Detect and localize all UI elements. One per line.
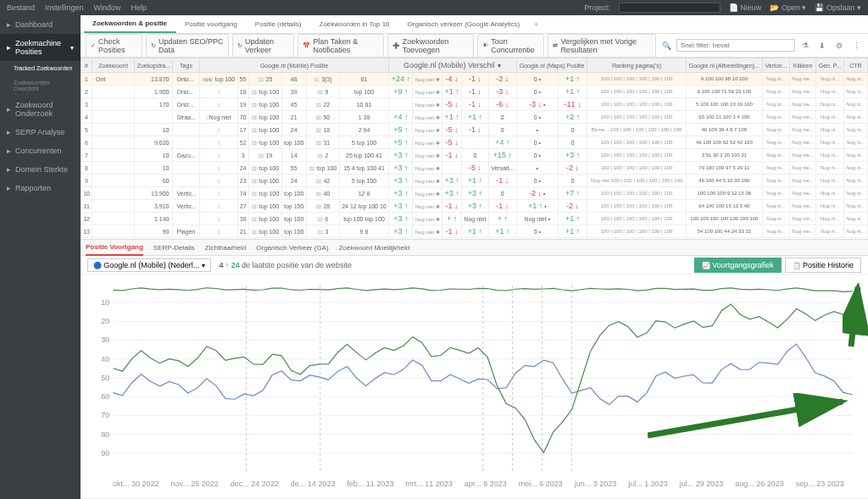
table-row[interactable]: 1Ont13.870Oniz...4|4| top 10055□ 2548□ 3… <box>81 73 868 86</box>
toolbar: ✓ Check Posities ↻ Updaten SEO/PPC Data … <box>81 34 868 58</box>
search-engine-dropdown[interactable]: 🔵 Google.nl (Mobile) (Nederl... ▾ <box>87 258 211 272</box>
xaxis-label: jul... 29 2023 <box>680 480 724 488</box>
main-tabs: Zoekwoorden & positie Positie voortgang … <box>81 15 868 34</box>
settings-icon[interactable]: ⚙ <box>832 39 846 53</box>
dtab-zichtbaarheid[interactable]: Zichtbaarheid <box>205 241 246 255</box>
table-row[interactable]: 69.020 52□ top 100top 100□ 315 top 100+5… <box>81 136 868 149</box>
chart-header: 🔵 Google.nl (Mobile) (Nederl... ▾ 4 ↑ 24… <box>81 256 868 274</box>
dtab-voortgang[interactable]: Positie Voortgang <box>86 240 143 256</box>
main-content: Zoekwoorden & positie Positie voortgang … <box>81 15 868 499</box>
menu-bestand[interactable]: Bestand <box>7 3 35 12</box>
table-row[interactable]: 960 23□ top 10024□ 425 top 100+3 ↑Nog ni… <box>81 175 868 187</box>
col-zoekopd[interactable]: Zoekopdra... <box>135 58 173 73</box>
col-num[interactable]: # <box>81 58 92 73</box>
col-genp[interactable]: Gen. P... <box>816 58 843 73</box>
sidebar-item-serp-analyse[interactable]: ▸SERP Analyse <box>0 123 81 141</box>
table-row[interactable]: 1013.900Vertic... 74□ top 100top 100□ 40… <box>81 187 868 200</box>
xaxis-label: jun... 3 2023 <box>575 480 617 488</box>
xaxis-label: mrt... 11 2023 <box>405 480 453 488</box>
svg-text:10: 10 <box>101 298 109 307</box>
svg-text:90: 90 <box>101 449 109 457</box>
xaxis-label: feb... 11 2023 <box>347 480 393 488</box>
sidebar-sub-tracked-zoekwoorden[interactable]: Tracked Zoekwoorden <box>0 61 81 75</box>
sidebar-item-zoekmachine-posities[interactable]: ▸Zoekmachine Posities ▾ <box>0 34 81 61</box>
xaxis-label: de... 14 2023 <box>291 480 336 488</box>
col-tags[interactable]: Tags <box>173 58 199 73</box>
tab-zoekwoorden-positie[interactable]: Zoekwoorden & positie <box>84 15 176 33</box>
filter-input[interactable] <box>676 39 795 52</box>
filter-icon[interactable]: ⚗ <box>798 39 812 53</box>
tab-organisch-verkeer[interactable]: Organisch verkeer (Google Analytics) <box>399 16 530 32</box>
menu-help[interactable]: Help <box>131 3 147 12</box>
sidebar-item-rapporten[interactable]: ▸Rapporten <box>0 179 81 197</box>
search-icon[interactable]: 🔍 <box>659 39 673 53</box>
table-row[interactable]: 4Straa... Nog niet70□ top 10021□ 501 38+… <box>81 111 868 124</box>
open-button[interactable]: 📂 Open ▾ <box>770 3 806 12</box>
zoekwoorden-toevoegen-button[interactable]: ➕ Zoekwoorden Toevoegen <box>387 34 475 58</box>
sidebar-item-concurrenten[interactable]: ▸Concurrenten <box>0 141 81 160</box>
svg-text:50: 50 <box>101 374 109 382</box>
voortgangsgrafiek-button[interactable]: 📈 Voortgangsgrafiek <box>694 258 782 273</box>
svg-text:60: 60 <box>101 392 109 401</box>
dtab-organisch[interactable]: Organisch Verkeer (GA) <box>256 241 328 255</box>
keyword-table[interactable]: # Zoekwoord Zoekopdra... Tags Google.nl … <box>81 58 868 239</box>
tab-positie-voortgang[interactable]: Positie voortgang <box>176 16 247 32</box>
dtab-moeilijkheid[interactable]: Zoekwoord Moeilijkheid <box>339 241 410 255</box>
col-verton[interactable]: Verton... <box>763 58 790 73</box>
positie-historie-button[interactable]: 📋 Positie Historie <box>785 258 861 273</box>
table-row[interactable]: 510 17□ top 10024□ 182 94+5 ↑Nog niet ✱-… <box>81 124 868 136</box>
tab-positie-details[interactable]: Positie (details) <box>247 16 311 32</box>
svg-text:80: 80 <box>101 430 109 439</box>
table-row[interactable]: 121.140 38□ top 100top 100□ 6top 100 top… <box>81 213 868 225</box>
updaten-seo-button[interactable]: ↻ Updaten SEO/PPC Data <box>146 34 229 58</box>
toon-concurrentie-button[interactable]: 👁 Toon Concurrentie <box>477 34 544 58</box>
project-select[interactable] <box>619 3 721 13</box>
sidebar-item-domein-sterkte[interactable]: ▸Domein Sterkte <box>0 160 81 179</box>
tab-top10[interactable]: Zoekwoorden in Top 10 <box>311 16 399 32</box>
col-mobile-ver[interactable]: Google.nl (Mobile) Verschil ▼ <box>389 58 516 73</box>
plan-taken-button[interactable]: 📅 Plan Taken & Notificaties <box>298 34 383 58</box>
sidebar-item-zoekwoord-onderzoek[interactable]: ▸Zoekwoord Onderzoek <box>0 96 81 123</box>
dtab-serp[interactable]: SERP-Details <box>153 241 195 255</box>
col-ctr[interactable]: CTR <box>843 58 867 73</box>
nav-icon: ▸ <box>7 165 11 174</box>
table-row[interactable]: 3170Oniz... 19□ top 10045□ 2210 81Nog ni… <box>81 98 868 111</box>
xaxis-label: jul... 1 2023 <box>628 480 668 488</box>
sidebar-item-dashboard[interactable]: ▸Dashboard <box>0 15 81 34</box>
vergelijken-button[interactable]: ⇄ Vergelijken met Vorige Resultaten <box>548 34 656 58</box>
xaxis-label: apr... 8 2023 <box>465 480 507 488</box>
nav-icon: ▸ <box>7 128 11 136</box>
tab-add-button[interactable]: + <box>529 18 543 31</box>
detail-tabs: Positie Voortgang SERP-Details Zichtbaar… <box>81 239 868 256</box>
table-row[interactable]: 1390Plagen 21□ top 100top 100□ 39 8+3 ↑N… <box>81 225 868 238</box>
col-ranking[interactable]: Ranking pagina('s) <box>587 58 686 73</box>
menu-window[interactable]: Window <box>94 3 121 12</box>
svg-text:30: 30 <box>101 336 109 345</box>
updaten-verkeer-button[interactable]: ↻ Updaten Verkeer <box>232 34 294 58</box>
nav-icon: ▸ <box>7 105 11 114</box>
menu-instellingen[interactable]: Instellingen <box>45 3 84 12</box>
table-row[interactable]: 113.910Vertic... 27□ top 100top 100□ 282… <box>81 200 868 213</box>
xaxis-label: sep... 23 2023 <box>796 480 844 488</box>
col-keyword[interactable]: Zoekwoord <box>92 58 135 73</box>
nieuw-button[interactable]: 📄 Nieuw <box>729 3 762 12</box>
col-afb[interactable]: Google.nl (Afbeeldingen)... <box>686 58 762 73</box>
sidebar: ▸Dashboard▸Zoekmachine Posities ▾Tracked… <box>0 15 81 499</box>
project-label: Project: <box>584 3 610 12</box>
sidebar-sub-zoekwoorden-overzicht[interactable]: Zoekwoorden Overzicht <box>0 75 81 96</box>
table-row[interactable]: 21.900Oniz... 18□ top 10039□ 9top 100+9 … <box>81 86 868 98</box>
col-maps-pos[interactable]: Google.nl (Maps) Positie <box>516 58 587 73</box>
xaxis-label: aug... 26 2023 <box>735 480 784 488</box>
opslaan-button[interactable]: 💾 Opslaan ▾ <box>815 3 861 12</box>
xaxis-label: okt... 30 2022 <box>113 480 159 488</box>
xaxis-label: nov... 26 2022 <box>171 480 219 488</box>
check-posities-button[interactable]: ✓ Check Posities <box>86 34 142 58</box>
export-icon[interactable]: ⬇ <box>815 39 829 53</box>
col-klik[interactable]: Klikken <box>789 58 815 73</box>
svg-text:20: 20 <box>101 317 109 325</box>
table-row[interactable]: 810 24□ top 10055□ top 10015 4 top 100 4… <box>81 162 868 175</box>
svg-text:70: 70 <box>101 411 109 419</box>
col-mobile-pos[interactable]: Google.nl (Mobile) Positie <box>199 58 389 73</box>
table-row[interactable]: 710Gazo... 3□ 1914□ 225 top 100 41+3 ↑No… <box>81 149 868 162</box>
overflow-icon[interactable]: ⋮ <box>849 39 863 53</box>
